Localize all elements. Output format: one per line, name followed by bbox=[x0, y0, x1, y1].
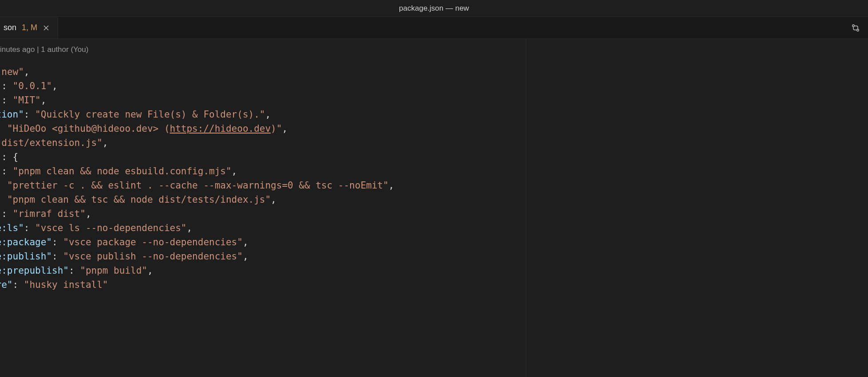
close-icon[interactable] bbox=[42, 24, 51, 32]
svg-point-0 bbox=[852, 24, 854, 26]
code-editor[interactable]: inutes ago | 1 author (You) e": "new",si… bbox=[0, 39, 526, 377]
code-line[interactable]: ipts": { bbox=[0, 150, 526, 164]
tab-bar: son 1, M bbox=[0, 17, 868, 39]
code-line[interactable]: sion": "0.0.1", bbox=[0, 79, 526, 93]
tab-package-json[interactable]: son 1, M bbox=[0, 17, 58, 39]
code-line[interactable]: est": "pnpm clean && tsc && node dist/te… bbox=[0, 192, 526, 207]
code-line[interactable]: repare": "husky install" bbox=[0, 278, 526, 292]
code-line[interactable]: n": "dist/extension.js", bbox=[0, 136, 526, 150]
tab-problem-count: 1 bbox=[22, 23, 26, 32]
window-title: package.json — new bbox=[399, 4, 469, 13]
editor-area: inutes ago | 1 author (You) e": "new",si… bbox=[0, 39, 868, 377]
code-line[interactable]: scode:package": "vsce package --no-depen… bbox=[0, 235, 526, 249]
code-line[interactable]: cription": "Quickly create new File(s) &… bbox=[0, 107, 526, 122]
codelens-authors[interactable]: inutes ago | 1 author (You) bbox=[0, 43, 526, 57]
code-line[interactable]: hor": "HiDeOo <github@hideoo.dev> (https… bbox=[0, 122, 526, 136]
window-titlebar: package.json — new bbox=[0, 0, 868, 17]
code-line[interactable]: lean": "rimraf dist", bbox=[0, 207, 526, 221]
code-line[interactable]: scode:prepublish": "pnpm build", bbox=[0, 263, 526, 278]
code-line[interactable]: int": "prettier -c . && eslint . --cache… bbox=[0, 178, 526, 192]
svg-point-1 bbox=[857, 29, 859, 31]
tab-label: son bbox=[4, 23, 16, 32]
code-line[interactable]: uild": "pnpm clean && node esbuild.confi… bbox=[0, 164, 526, 178]
minimap-region[interactable] bbox=[526, 39, 868, 377]
code-line[interactable]: e": "new", bbox=[0, 65, 526, 79]
compare-changes-icon[interactable] bbox=[849, 22, 862, 34]
tab-actions bbox=[849, 17, 862, 39]
code-line[interactable]: ense": "MIT", bbox=[0, 93, 526, 107]
code-line[interactable]: scode:publish": "vsce publish --no-depen… bbox=[0, 249, 526, 263]
tab-modified-indicator: , M bbox=[26, 23, 37, 32]
code-line[interactable]: scode:ls": "vsce ls --no-dependencies", bbox=[0, 221, 526, 235]
